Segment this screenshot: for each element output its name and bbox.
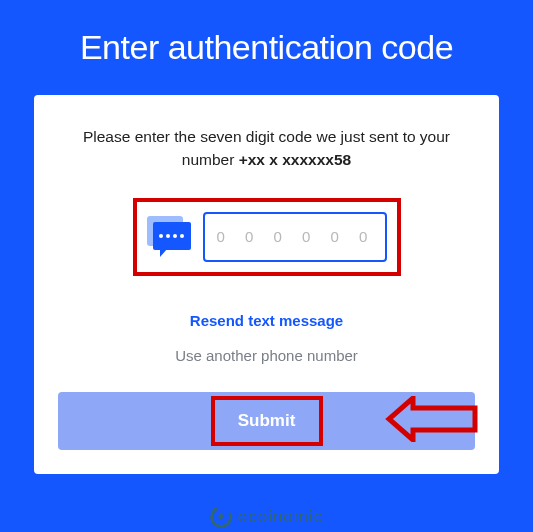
sms-icon (147, 216, 191, 258)
watermark-text: ecoinomic (238, 507, 324, 527)
watermark-logo-icon (207, 503, 235, 531)
submit-row: Submit (58, 392, 475, 450)
watermark: ecoinomic (210, 506, 324, 528)
instruction-text: Please enter the seven digit code we jus… (58, 125, 475, 172)
auth-code-input[interactable] (203, 212, 387, 262)
submit-button[interactable]: Submit (58, 392, 475, 450)
code-input-zone-highlight (133, 198, 401, 276)
use-another-number-link[interactable]: Use another phone number (58, 347, 475, 364)
auth-card: Please enter the seven digit code we jus… (34, 95, 499, 474)
submit-label: Submit (238, 411, 296, 430)
resend-link[interactable]: Resend text message (58, 312, 475, 329)
masked-phone-number: +xx x xxxxxx58 (239, 151, 352, 168)
page-title: Enter authentication code (0, 0, 533, 95)
